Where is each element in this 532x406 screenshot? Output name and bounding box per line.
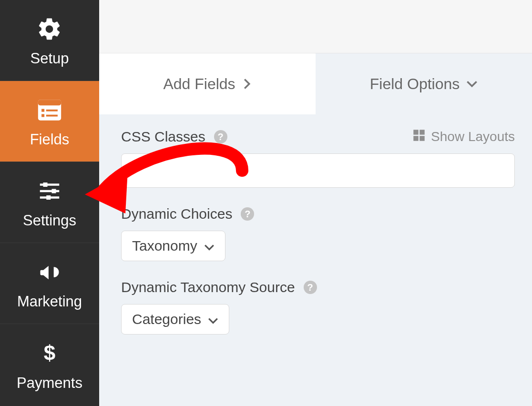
main-area: Add Fields Field Options CSS Classes ? — [99, 0, 532, 406]
svg-rect-10 — [52, 189, 56, 193]
top-bar — [99, 0, 532, 53]
css-classes-row: CSS Classes ? Show Layouts — [121, 129, 515, 188]
svg-rect-12 — [46, 195, 51, 200]
help-icon[interactable]: ? — [304, 281, 317, 294]
chevron-down-icon — [466, 80, 478, 88]
sidebar-item-label: Fields — [30, 131, 70, 148]
dynamic-choices-select[interactable]: Taxonomy — [121, 231, 225, 261]
chevron-down-icon — [208, 311, 218, 327]
svg-rect-16 — [413, 136, 418, 141]
svg-rect-5 — [41, 114, 44, 117]
sidebar-item-setup[interactable]: Setup — [0, 0, 99, 81]
tab-field-options[interactable]: Field Options — [316, 53, 532, 114]
sidebar-item-label: Payments — [17, 375, 82, 392]
dynamic-choices-row: Dynamic Choices ? Taxonomy — [121, 206, 515, 261]
tab-label: Field Options — [370, 75, 460, 93]
svg-rect-8 — [43, 183, 48, 187]
svg-rect-17 — [419, 136, 424, 141]
sidebar-item-label: Setup — [30, 50, 69, 67]
sidebar-item-label: Marketing — [17, 293, 82, 310]
svg-rect-6 — [46, 114, 58, 116]
svg-rect-3 — [41, 109, 44, 112]
tab-add-fields[interactable]: Add Fields — [99, 53, 316, 114]
show-layouts-label: Show Layouts — [431, 129, 515, 144]
field-options-panel: CSS Classes ? Show Layouts Dynamic Choic… — [99, 114, 532, 406]
sidebar-item-label: Settings — [23, 212, 76, 229]
css-classes-input[interactable] — [121, 153, 515, 188]
bullhorn-icon — [34, 257, 65, 287]
sliders-icon — [34, 176, 65, 206]
chevron-right-icon — [242, 78, 252, 90]
dynamic-taxonomy-source-label: Dynamic Taxonomy Source — [121, 279, 295, 295]
sidebar: Setup Fields Settings Marketing $ Paymen… — [0, 0, 99, 406]
sidebar-item-marketing[interactable]: Marketing — [0, 243, 99, 324]
dynamic-choices-label: Dynamic Choices — [121, 206, 232, 222]
css-classes-label: CSS Classes — [121, 129, 205, 145]
sidebar-item-settings[interactable]: Settings — [0, 162, 99, 243]
sidebar-item-fields[interactable]: Fields — [0, 81, 99, 162]
svg-rect-4 — [46, 109, 58, 111]
help-icon[interactable]: ? — [214, 130, 227, 143]
sidebar-item-payments[interactable]: $ Payments — [0, 324, 99, 406]
grid-icon — [413, 129, 425, 145]
tab-bar: Add Fields Field Options — [99, 53, 532, 114]
svg-rect-1 — [38, 100, 61, 105]
tab-label: Add Fields — [163, 75, 235, 93]
chevron-down-icon — [204, 238, 215, 254]
dynamic-taxonomy-source-row: Dynamic Taxonomy Source ? Categories — [121, 279, 515, 335]
show-layouts-button[interactable]: Show Layouts — [413, 129, 515, 145]
svg-text:$: $ — [44, 342, 55, 365]
select-value: Taxonomy — [132, 238, 197, 254]
select-value: Categories — [132, 311, 201, 327]
svg-rect-15 — [419, 130, 424, 134]
list-icon — [34, 95, 65, 125]
dynamic-taxonomy-source-select[interactable]: Categories — [121, 304, 229, 335]
dollar-icon: $ — [34, 338, 65, 369]
svg-rect-14 — [413, 130, 418, 134]
gear-icon — [34, 14, 65, 44]
help-icon[interactable]: ? — [241, 207, 254, 221]
